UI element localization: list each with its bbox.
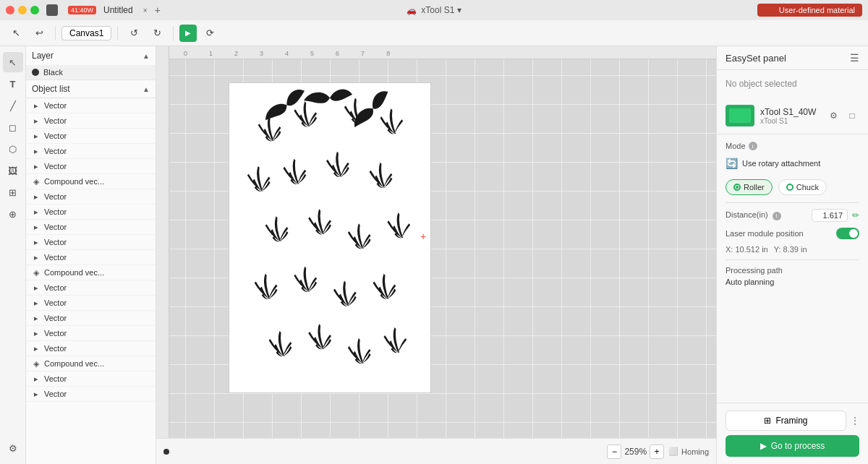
laser-position-row: Laser module position — [726, 228, 859, 239]
no-selection-label: No object selected — [717, 70, 868, 98]
object-list-item[interactable]: ▸ Vector — [26, 235, 156, 250]
go-process-label: Go to process — [771, 441, 825, 451]
close-window-btn[interactable] — [6, 6, 14, 14]
zoom-in-btn[interactable]: + — [650, 444, 664, 459]
object-item-label: Vector — [44, 223, 67, 231]
framing-expand-btn[interactable]: ⋮ — [851, 416, 859, 426]
rotary-row: 🔄 Use rotary attachment — [726, 155, 859, 172]
roller-option[interactable]: Roller — [726, 179, 773, 195]
mode-label-text: Mode — [726, 142, 746, 150]
processing-section: Processing path Auto planning — [726, 266, 859, 286]
easyset-title: EasySet panel — [726, 53, 786, 64]
device-settings-btn[interactable]: ⚙ — [826, 108, 841, 123]
material-icon — [765, 6, 776, 14]
more-tool[interactable]: ⊕ — [3, 204, 23, 224]
device-selector-label[interactable]: xTool S1 ▾ — [421, 5, 461, 15]
zoom-out-btn[interactable]: − — [607, 444, 621, 459]
canvas-area[interactable]: 0 1 2 3 4 5 6 7 8 — [156, 46, 716, 464]
object-list-item[interactable]: ◈ Compound vec... — [26, 265, 156, 280]
object-list-item[interactable]: ▸ Vector — [26, 341, 156, 356]
zoom-controls: − 259% + — [607, 444, 664, 459]
shape-tool[interactable]: ◻ — [3, 117, 23, 137]
distance-edit-btn[interactable]: ✏ — [852, 210, 859, 220]
mode-row: Mode i — [726, 142, 859, 150]
object-list-item[interactable]: ▸ Vector — [26, 296, 156, 311]
toolbar: ↖ ↩ Canvas1 ↺ ↻ ▶ ⟳ — [0, 20, 868, 46]
object-list-item[interactable]: ▸ Vector — [26, 387, 156, 402]
redo-btn[interactable]: ↻ — [147, 23, 167, 43]
object-list-header: Object list ▲ — [26, 80, 156, 98]
undo2-btn[interactable]: ↺ — [124, 23, 144, 43]
material-button[interactable]: User-defined material — [757, 4, 862, 17]
object-list-item[interactable]: ▸ Vector — [26, 98, 156, 113]
homing-status: ⬜ Homing — [668, 447, 709, 456]
go-process-icon: ▶ — [760, 441, 767, 451]
select-all-btn[interactable]: ↖ — [6, 23, 26, 43]
play-btn[interactable]: ▶ — [179, 25, 197, 42]
device-info-btn[interactable]: □ — [845, 108, 859, 123]
go-process-btn[interactable]: ▶ Go to process — [726, 435, 859, 457]
object-list-item[interactable]: ▸ Vector — [26, 220, 156, 235]
image-tool[interactable]: 🖼 — [3, 160, 23, 181]
object-item-label: Compound vec... — [44, 268, 104, 277]
tab-badge: 41:40W — [68, 6, 96, 14]
tab-add-btn[interactable]: + — [152, 4, 163, 16]
object-item-label: Vector — [44, 314, 67, 322]
object-list-item[interactable]: ▸ Vector — [26, 144, 156, 159]
object-list-item[interactable]: ▸ Vector — [26, 371, 156, 387]
object-list-item[interactable]: ▸ Vector — [26, 311, 156, 326]
layer-black[interactable]: Black — [26, 65, 156, 80]
object-list: ▸ Vector ▸ Vector ▸ Vector ▸ Vector ▸ Ve… — [26, 98, 156, 464]
maximize-window-btn[interactable] — [30, 6, 39, 14]
easyset-close-btn[interactable]: ☰ — [850, 52, 859, 64]
object-item-label: Vector — [44, 162, 67, 171]
undo-btn[interactable]: ↩ — [29, 23, 49, 43]
object-item-label: Vector — [44, 116, 67, 125]
object-type-icon: ▸ — [32, 283, 41, 292]
layer-toggle[interactable]: ▲ — [142, 52, 150, 60]
settings-tool[interactable]: ⚙ — [3, 438, 23, 458]
framing-btn[interactable]: ⊞ Framing — [726, 411, 846, 431]
node-tool[interactable]: ⬡ — [3, 139, 23, 159]
tab-title[interactable]: Untitled — [98, 5, 139, 15]
object-list-item[interactable]: ▸ Vector — [26, 250, 156, 265]
object-type-icon: ◈ — [32, 177, 41, 186]
object-list-item[interactable]: ▸ Vector — [26, 326, 156, 341]
object-list-item[interactable]: ▸ Vector — [26, 159, 156, 174]
object-item-label: Vector — [44, 147, 67, 155]
text-tool[interactable]: T — [3, 74, 23, 94]
object-list-item[interactable]: ▸ Vector — [26, 205, 156, 220]
object-list-item[interactable]: ◈ Compound vec... — [26, 174, 156, 189]
object-list-item[interactable]: ▸ Vector — [26, 189, 156, 205]
object-list-item[interactable]: ▸ Vector — [26, 280, 156, 296]
grid-tool[interactable]: ⊞ — [3, 182, 23, 202]
distance-info-icon[interactable]: i — [773, 212, 781, 220]
object-list-item[interactable]: ◈ Compound vec... — [26, 356, 156, 371]
roller-label: Roller — [744, 183, 765, 192]
object-item-label: Vector — [44, 329, 67, 338]
tab-close-btn[interactable]: × — [140, 5, 150, 15]
mode-info-icon[interactable]: i — [749, 142, 757, 150]
object-item-label: Vector — [44, 101, 67, 110]
title-right: User-defined material — [757, 4, 862, 17]
cursor-tool[interactable]: ↖ — [3, 52, 23, 72]
canvas-label: Canvas1 — [69, 28, 103, 38]
chuck-option[interactable]: Chuck — [778, 179, 827, 195]
status-bar-left — [163, 449, 603, 455]
distance-value[interactable]: 1.617 — [812, 209, 848, 222]
toolbar-separator-2 — [117, 26, 118, 40]
object-list-item[interactable]: ▸ Vector — [26, 129, 156, 144]
object-list-toggle[interactable]: ▲ — [142, 85, 150, 93]
device-header: xTool S1_40W xTool S1 ⚙ □ — [717, 98, 868, 134]
object-type-icon: ▸ — [32, 329, 41, 338]
y-coord: Y: 8.39 in — [774, 245, 807, 254]
device-thumbnail — [726, 105, 754, 126]
object-type-icon: ▸ — [32, 238, 41, 246]
minimize-window-btn[interactable] — [18, 6, 27, 14]
object-list-item[interactable]: ▸ Vector — [26, 113, 156, 129]
coordinates-row: X: 10.512 in Y: 8.39 in — [726, 245, 859, 254]
canvas-btn[interactable]: Canvas1 — [61, 26, 111, 40]
pen-tool[interactable]: ╱ — [3, 95, 23, 116]
history-btn[interactable]: ⟳ — [200, 23, 220, 43]
laser-position-toggle[interactable] — [836, 228, 859, 239]
